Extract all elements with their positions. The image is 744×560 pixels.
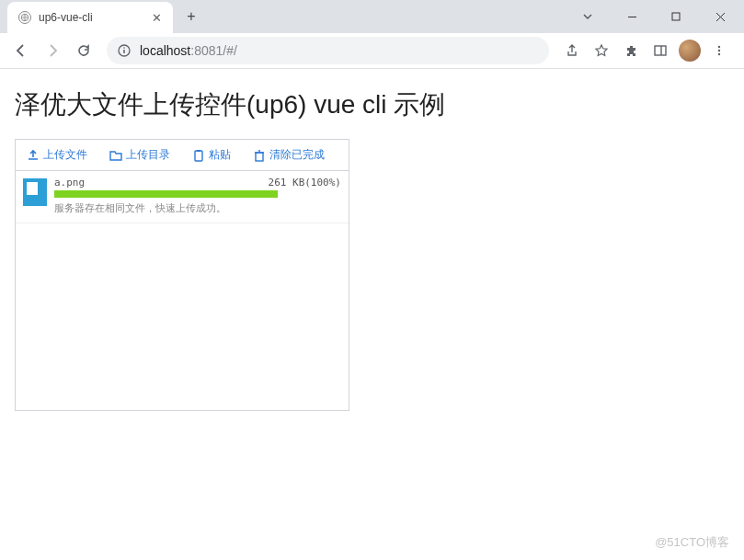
star-icon[interactable]: [588, 37, 615, 64]
upload-toolbar: 上传文件 上传目录 粘贴 清除已完成: [16, 140, 349, 171]
clipboard-icon: [192, 149, 205, 162]
file-icon: [23, 178, 47, 206]
upload-dir-label: 上传目录: [126, 147, 170, 163]
forward-button[interactable]: [39, 37, 66, 64]
window-controls: [567, 3, 744, 30]
paste-label: 粘贴: [209, 147, 231, 163]
globe-icon: [18, 11, 31, 24]
browser-toolbar: localhost:8081/#/: [0, 33, 744, 68]
file-name: a.png: [54, 177, 85, 189]
reload-button[interactable]: [70, 37, 97, 64]
tab-title: up6-vue-cli: [39, 11, 144, 24]
share-icon[interactable]: [558, 37, 586, 64]
toolbar-right: [558, 37, 737, 64]
file-size: 261 KB(100%): [269, 177, 341, 189]
extensions-icon[interactable]: [617, 37, 645, 64]
page-content: 泽优大文件上传控件(up6) vue cli 示例 上传文件 上传目录 粘贴 清…: [0, 69, 744, 429]
tab-bar: up6-vue-cli ✕ +: [0, 0, 744, 33]
upload-icon: [27, 149, 40, 162]
menu-icon[interactable]: [705, 37, 733, 64]
url-host: localhost: [140, 43, 190, 58]
close-button[interactable]: [700, 3, 740, 30]
minimize-button[interactable]: [612, 3, 652, 30]
upload-file-button[interactable]: 上传文件: [27, 147, 87, 163]
sidepanel-icon[interactable]: [647, 37, 674, 64]
svg-rect-6: [655, 46, 666, 55]
svg-point-5: [123, 47, 125, 49]
back-button[interactable]: [7, 37, 35, 64]
upload-panel: 上传文件 上传目录 粘贴 清除已完成 a.png 261 K: [15, 139, 349, 411]
address-bar[interactable]: localhost:8081/#/: [107, 37, 549, 64]
url-text: localhost:8081/#/: [140, 43, 237, 58]
chevron-down-icon[interactable]: [567, 3, 608, 30]
url-path: :8081/#/: [190, 43, 237, 58]
profile-avatar[interactable]: [676, 37, 704, 64]
upload-file-list[interactable]: a.png 261 KB(100%) 服务器存在相同文件，快速上传成功。: [16, 171, 349, 410]
clear-done-label: 清除已完成: [269, 147, 325, 163]
progress-bar: [54, 190, 278, 198]
svg-point-8: [718, 46, 720, 48]
maximize-button[interactable]: [656, 3, 696, 30]
browser-chrome: up6-vue-cli ✕ + localhost:8081/#/: [0, 0, 744, 69]
svg-rect-12: [197, 150, 200, 152]
svg-rect-11: [195, 151, 202, 161]
svg-point-10: [718, 53, 720, 55]
clear-done-button[interactable]: 清除已完成: [253, 147, 325, 163]
upload-dir-button[interactable]: 上传目录: [109, 147, 170, 163]
paste-button[interactable]: 粘贴: [192, 147, 231, 163]
page-title: 泽优大文件上传控件(up6) vue cli 示例: [15, 87, 729, 122]
svg-rect-13: [256, 153, 263, 161]
file-info: a.png 261 KB(100%) 服务器存在相同文件，快速上传成功。: [54, 177, 341, 215]
new-tab-button[interactable]: +: [178, 4, 204, 29]
svg-rect-2: [672, 13, 680, 20]
close-icon[interactable]: ✕: [152, 11, 162, 25]
upload-file-label: 上传文件: [43, 147, 87, 163]
file-status: 服务器存在相同文件，快速上传成功。: [54, 201, 341, 215]
clear-icon: [253, 149, 266, 162]
svg-point-9: [718, 50, 720, 51]
browser-tab[interactable]: up6-vue-cli ✕: [7, 2, 173, 33]
info-icon[interactable]: [118, 44, 131, 57]
file-item: a.png 261 KB(100%) 服务器存在相同文件，快速上传成功。: [16, 171, 349, 223]
watermark: @51CTO博客: [655, 534, 729, 551]
avatar: [679, 40, 701, 62]
folder-icon: [109, 149, 122, 162]
